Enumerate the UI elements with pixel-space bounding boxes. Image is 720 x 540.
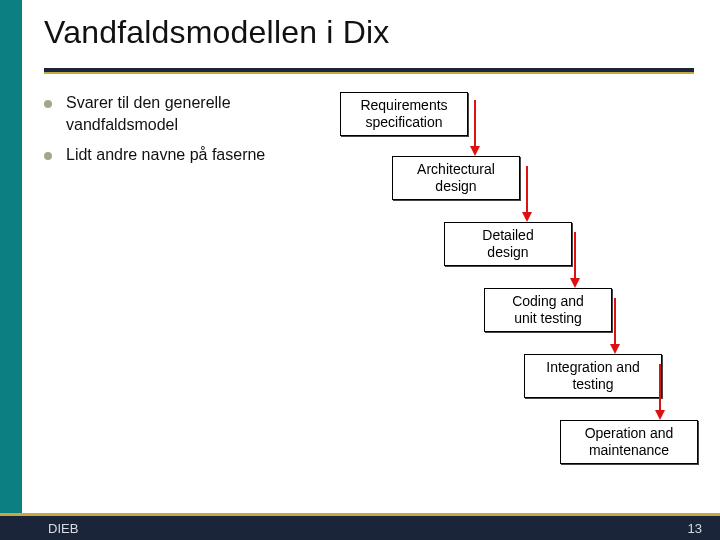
box-line: Operation and [585,425,674,441]
box-line: specification [365,114,442,130]
box-line: Requirements [360,97,447,113]
arrow-icon [455,100,495,160]
bullet-text: Lidt andre navne på faserne [66,146,265,163]
box-line: testing [572,376,613,392]
bullet-icon [44,100,52,108]
bullet-list: Svarer til den generelle vandfaldsmodel … [44,92,344,174]
footer-label: DIEB [48,521,78,536]
box-line: Coding and [512,293,584,309]
box-line: Integration and [546,359,639,375]
box-architectural: Architectural design [392,156,520,200]
footer-bar [0,516,720,540]
box-coding: Coding and unit testing [484,288,612,332]
box-detailed: Detailed design [444,222,572,266]
box-line: unit testing [514,310,582,326]
bullet-text: Svarer til den generelle vandfaldsmodel [66,94,231,133]
box-operation: Operation and maintenance [560,420,698,464]
arrow-icon [640,364,680,424]
bullet-item: Svarer til den generelle vandfaldsmodel [44,92,344,136]
box-line: Detailed [482,227,533,243]
slide-title: Vandfaldsmodellen i Dix [44,14,390,51]
svg-marker-9 [655,410,665,420]
accent-bar [0,0,22,540]
box-requirements: Requirements specification [340,92,468,136]
box-line: design [435,178,476,194]
slide: Vandfaldsmodellen i Dix Svarer til den g… [0,0,720,540]
svg-marker-1 [470,146,480,156]
arrow-icon [507,166,547,226]
title-rule-gold [44,72,694,74]
arrow-icon [555,232,595,292]
box-line: Architectural [417,161,495,177]
bullet-icon [44,152,52,160]
page-number: 13 [688,521,702,536]
arrow-icon [595,298,635,358]
svg-marker-3 [522,212,532,222]
svg-marker-7 [610,344,620,354]
box-line: maintenance [589,442,669,458]
svg-marker-5 [570,278,580,288]
box-line: design [487,244,528,260]
bullet-item: Lidt andre navne på faserne [44,144,344,166]
